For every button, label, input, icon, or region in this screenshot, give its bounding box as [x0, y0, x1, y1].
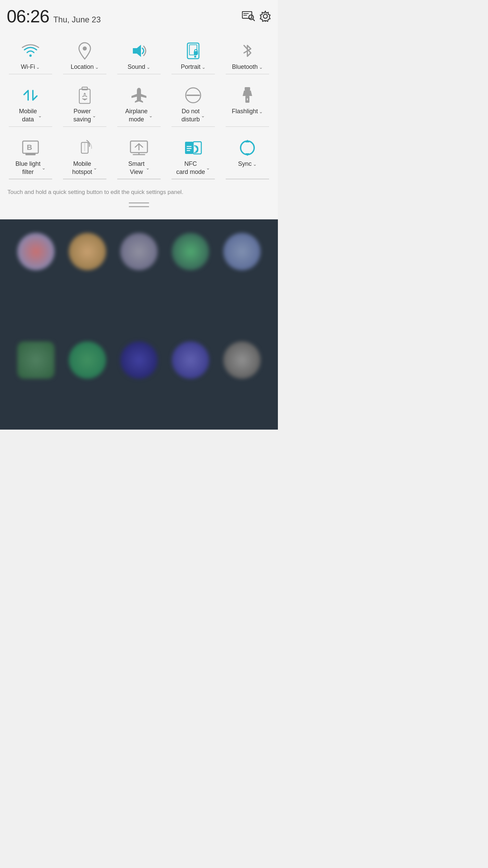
svg-rect-14	[82, 87, 87, 90]
qs-mobile-hotspot[interactable]: Mobilehotspot ⌄	[58, 134, 112, 179]
qs-airplane-mode-label: Airplanemode ⌄	[125, 107, 152, 123]
svg-rect-17	[245, 87, 250, 91]
portrait-icon	[184, 41, 203, 60]
qs-power-saving[interactable]: Powersaving ⌄	[58, 81, 112, 127]
home-screen	[0, 219, 278, 430]
blue-light-filter-icon: B	[21, 138, 40, 157]
qs-nfc-card-mode[interactable]: NFCcard mode ⌄	[166, 134, 220, 179]
do-not-disturb-icon	[184, 86, 203, 105]
svg-point-5	[263, 14, 267, 18]
qs-wifi-label: Wi-Fi ⌄	[21, 63, 40, 71]
qs-flashlight-label: Touch and hold a quick setting button to…	[232, 107, 263, 115]
qs-bluetooth[interactable]: Bluetooth ⌄	[220, 37, 274, 74]
qs-smart-view[interactable]: SmartView ⌄	[112, 134, 166, 179]
qs-grid-row1: Wi-Fi ⌄ Location ⌄	[0, 33, 278, 78]
sound-icon	[129, 41, 148, 60]
app-icon-blur-7[interactable]	[69, 341, 106, 379]
settings-icon[interactable]	[260, 11, 271, 22]
qs-wifi[interactable]: Wi-Fi ⌄	[3, 37, 58, 74]
qs-flashlight[interactable]: Touch and hold a quick setting button to…	[220, 81, 274, 127]
app-icon-blur-1[interactable]	[17, 233, 55, 270]
qs-sound[interactable]: Sound ⌄	[112, 37, 166, 74]
mobile-hotspot-icon	[75, 138, 94, 157]
status-time: 06:26	[7, 6, 49, 26]
svg-line-2	[253, 19, 255, 21]
bluetooth-icon	[238, 41, 257, 60]
qs-do-not-disturb-label: Do notdisturb ⌄	[181, 107, 205, 123]
quick-settings-panel: Wi-Fi ⌄ Location ⌄	[0, 30, 278, 219]
status-date: Thu, June 23	[53, 15, 101, 24]
qs-sync-label: Sync ⌄	[238, 160, 257, 168]
status-icons	[242, 11, 271, 22]
power-saving-icon	[75, 86, 94, 105]
svg-rect-23	[25, 153, 36, 155]
qs-blue-light-filter[interactable]: B Blue lightfilter ⌄	[3, 134, 58, 179]
app-row-2	[0, 328, 278, 382]
svg-point-6	[29, 55, 32, 57]
app-icon-blur-9[interactable]	[172, 341, 209, 379]
app-row-1	[0, 219, 278, 274]
quick-settings-hint: Touch and hold a quick setting button to…	[0, 183, 278, 199]
app-icon-blur-5[interactable]	[223, 233, 261, 270]
svg-point-7	[83, 46, 87, 51]
qs-smart-view-label: SmartView ⌄	[128, 160, 149, 176]
qs-location[interactable]: Location ⌄	[58, 37, 112, 74]
svg-point-11	[194, 56, 196, 58]
qs-portrait[interactable]: Portrait ⌄	[166, 37, 220, 74]
airplane-mode-icon	[129, 86, 148, 105]
qs-nfc-card-mode-label: NFCcard mode ⌄	[176, 160, 210, 176]
svg-text:B: B	[27, 143, 32, 152]
status-bar: 06:26 Thu, June 23	[0, 0, 278, 30]
qs-grid-row3: B Blue lightfilter ⌄ Mobilehotspot	[0, 130, 278, 183]
app-icon-blur-3[interactable]	[120, 233, 158, 270]
smart-view-icon	[129, 138, 148, 157]
flashlight-icon	[238, 86, 257, 105]
qs-grid-row2: Mobiledata ⌄ Powersaving ⌄	[0, 78, 278, 130]
svg-rect-12	[194, 51, 198, 55]
qs-blue-light-filter-label: Blue lightfilter ⌄	[15, 160, 45, 176]
qs-mobile-hotspot-label: Mobilehotspot ⌄	[72, 160, 97, 176]
qs-sync[interactable]: Sync ⌄	[220, 134, 274, 179]
nfc-card-mode-icon	[184, 138, 203, 157]
qs-portrait-label: Portrait ⌄	[181, 63, 205, 71]
drag-handle[interactable]	[0, 199, 278, 213]
qs-do-not-disturb[interactable]: Do notdisturb ⌄	[166, 81, 220, 127]
app-icon-blur-10[interactable]	[223, 341, 261, 379]
qs-mobile-data-label: Mobiledata ⌄	[19, 107, 42, 123]
sync-icon	[238, 138, 257, 157]
app-icon-blur-6[interactable]	[17, 341, 55, 379]
svg-marker-8	[133, 45, 141, 57]
mobile-data-icon	[21, 86, 40, 105]
qs-location-label: Location ⌄	[70, 63, 99, 71]
qs-sound-label: Sound ⌄	[127, 63, 150, 71]
app-icon-blur-4[interactable]	[172, 233, 209, 270]
svg-rect-30	[185, 142, 193, 154]
app-icon-blur-2[interactable]	[69, 233, 106, 270]
wifi-icon	[21, 41, 40, 60]
screen-search-icon	[242, 11, 255, 21]
svg-marker-18	[243, 91, 252, 96]
app-icon-blur-8[interactable]	[120, 341, 158, 379]
qs-bluetooth-label: Bluetooth ⌄	[232, 63, 263, 71]
location-icon	[75, 41, 94, 60]
qs-airplane-mode[interactable]: Airplanemode ⌄	[112, 81, 166, 127]
svg-rect-13	[79, 89, 90, 103]
qs-power-saving-label: Powersaving ⌄	[73, 107, 96, 123]
qs-mobile-data[interactable]: Mobiledata ⌄	[3, 81, 58, 127]
